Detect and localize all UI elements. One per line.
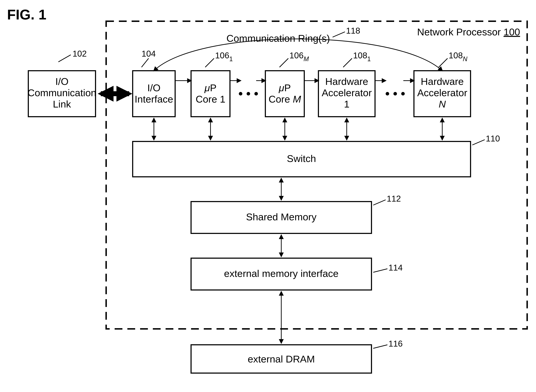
io-link-block: I/O Communication Link 102 xyxy=(28,49,96,117)
comm-ring-label: Communication Ring(s) xyxy=(226,33,330,44)
svg-text:Core 1: Core 1 xyxy=(196,93,225,105)
svg-text:Switch: Switch xyxy=(287,153,316,164)
svg-text:μP: μP xyxy=(278,82,291,93)
emi-block: external memory interface 114 xyxy=(191,258,403,290)
coreM-block: μP Core M 106M xyxy=(265,51,309,117)
svg-text:I/O: I/O xyxy=(55,76,69,87)
svg-text:Accelerator: Accelerator xyxy=(417,87,467,98)
network-processor-title: Network Processor 100 xyxy=(417,26,520,37)
svg-text:102: 102 xyxy=(73,49,87,58)
svg-text:1081: 1081 xyxy=(353,51,371,63)
ellipsis-accels xyxy=(386,92,405,95)
svg-point-14 xyxy=(247,92,250,95)
svg-text:116: 116 xyxy=(388,339,403,348)
svg-text:Communication: Communication xyxy=(28,87,96,98)
svg-text:Hardware: Hardware xyxy=(325,76,368,87)
svg-text:Core M: Core M xyxy=(268,93,301,105)
svg-text:Link: Link xyxy=(53,98,71,110)
io-interface-block: I/O Interface 104 xyxy=(133,49,175,117)
svg-text:118: 118 xyxy=(346,26,360,35)
svg-text:1061: 1061 xyxy=(215,51,233,63)
svg-text:I/O: I/O xyxy=(147,82,161,93)
svg-text:1: 1 xyxy=(344,98,349,110)
svg-text:104: 104 xyxy=(141,49,156,58)
svg-text:Interface: Interface xyxy=(135,93,173,105)
svg-text:μP: μP xyxy=(204,82,216,93)
svg-point-26 xyxy=(393,92,397,95)
svg-text:108N: 108N xyxy=(449,51,468,63)
svg-text:Shared Memory: Shared Memory xyxy=(246,211,316,222)
ellipsis-cores xyxy=(239,92,258,95)
accel1-block: Hardware Accelerator 1 1081 xyxy=(318,51,375,117)
shared-memory-block: Shared Memory 112 xyxy=(191,194,401,233)
accelN-block: Hardware Accelerator N 108N xyxy=(414,51,470,117)
switch-block: Switch 110 xyxy=(133,134,500,177)
svg-text:N: N xyxy=(439,98,446,110)
svg-point-27 xyxy=(401,92,405,95)
svg-text:external memory interface: external memory interface xyxy=(224,268,339,279)
core1-block: μP Core 1 1061 xyxy=(191,51,233,117)
svg-text:106M: 106M xyxy=(289,51,309,63)
svg-text:110: 110 xyxy=(486,134,500,143)
svg-text:112: 112 xyxy=(387,194,401,203)
svg-point-13 xyxy=(239,92,242,95)
svg-text:Accelerator: Accelerator xyxy=(322,87,372,98)
figure-label: FIG. 1 xyxy=(7,7,46,23)
svg-text:Hardware: Hardware xyxy=(421,76,464,87)
svg-text:external DRAM: external DRAM xyxy=(248,354,315,365)
dram-block: external DRAM 116 xyxy=(191,339,403,373)
svg-point-15 xyxy=(254,92,258,95)
svg-text:114: 114 xyxy=(388,263,403,272)
diagram: FIG. 1 Network Processor 100 I/O Communi… xyxy=(0,0,536,392)
svg-point-25 xyxy=(386,92,389,95)
